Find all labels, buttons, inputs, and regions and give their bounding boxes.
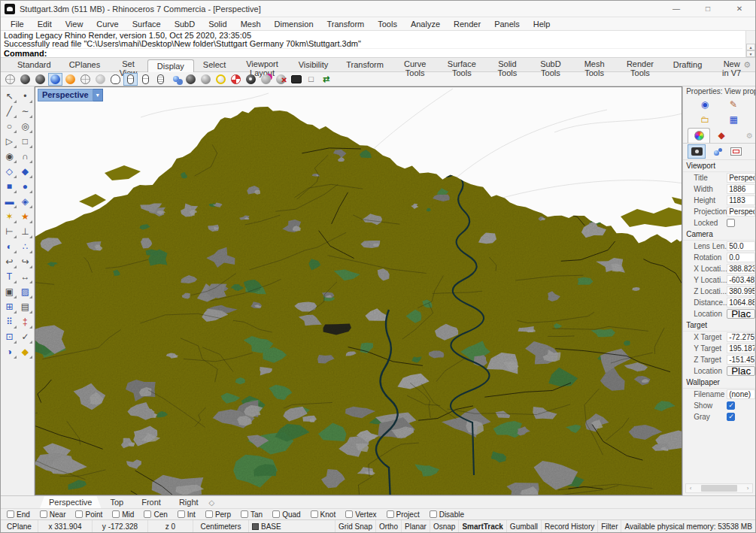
maximize-button[interactable]: □ bbox=[692, 1, 724, 17]
menu-dimension[interactable]: Dimension bbox=[268, 17, 320, 30]
height-field[interactable]: 1183 bbox=[727, 195, 755, 205]
chevron-down-icon[interactable]: ▼ bbox=[93, 89, 103, 101]
tab-cplanes[interactable]: CPlanes bbox=[60, 59, 110, 71]
boolean-icon[interactable]: ◐ bbox=[2, 239, 17, 254]
menu-subd[interactable]: SubD bbox=[168, 17, 202, 30]
tab-standard[interactable]: Standard bbox=[8, 59, 60, 71]
explode-icon[interactable]: ★ bbox=[17, 209, 33, 224]
block-icon[interactable]: ▣ bbox=[2, 284, 17, 299]
locked-checkbox[interactable] bbox=[727, 219, 735, 227]
new-viewport-icon[interactable]: ◇ bbox=[208, 498, 220, 508]
cplane-button[interactable]: CPlane bbox=[1, 520, 38, 532]
command-scroll-down-icon[interactable]: ▼ bbox=[746, 50, 755, 57]
ortho-toggle[interactable]: Ortho bbox=[376, 520, 402, 532]
cplane-target-icon[interactable] bbox=[229, 73, 243, 86]
cam-x-field[interactable]: 388.823 bbox=[727, 264, 755, 274]
dimension-icon[interactable]: ↔ bbox=[17, 269, 33, 284]
clear-display-icon[interactable]: ✕ bbox=[274, 73, 288, 86]
render-preview-icon[interactable] bbox=[108, 73, 123, 86]
shade-object-icon[interactable] bbox=[184, 73, 198, 86]
osnap-checkbox[interactable] bbox=[40, 510, 47, 518]
rotation-field[interactable]: 0.0 bbox=[727, 253, 755, 262]
arc-icon[interactable]: ∩ bbox=[17, 149, 33, 164]
shade-icon[interactable]: ◑ bbox=[2, 344, 17, 359]
scrollbar-thumb[interactable] bbox=[701, 485, 737, 492]
vptab-top[interactable]: Top bbox=[101, 496, 132, 508]
osnap-tan[interactable]: Tan bbox=[241, 510, 263, 519]
freeform-curve-icon[interactable]: ∼ bbox=[17, 104, 33, 119]
camera-properties-button[interactable] bbox=[688, 144, 706, 159]
record-history-toggle[interactable]: Record History bbox=[542, 520, 598, 532]
cylinder-icon[interactable]: ▬ bbox=[2, 194, 17, 209]
osnap-knot[interactable]: Knot bbox=[311, 510, 336, 519]
tab-subd-tools[interactable]: SubD Tools bbox=[529, 59, 572, 71]
loft-surface-icon[interactable]: ◈ bbox=[17, 194, 33, 209]
osnap-checkbox[interactable] bbox=[75, 510, 83, 518]
display-options-icon[interactable] bbox=[169, 73, 183, 86]
panel-gear-icon[interactable]: ⚙ bbox=[746, 132, 753, 140]
refresh-shade-icon[interactable]: ⇄ bbox=[319, 73, 333, 86]
gumball-toggle[interactable]: Gumball bbox=[507, 520, 542, 532]
gray-sphere-icon[interactable] bbox=[199, 73, 213, 86]
command-scroll-up-icon[interactable]: ▲ bbox=[746, 44, 755, 50]
panel-horizontal-scrollbar[interactable]: ‹ › bbox=[685, 483, 753, 493]
viewport-title-dropdown[interactable]: Perspective ▼ bbox=[38, 89, 103, 101]
cam-z-field[interactable]: 380.995 bbox=[727, 286, 755, 296]
circle-icon[interactable]: ○ bbox=[2, 119, 17, 134]
osnap-quad[interactable]: Quad bbox=[272, 510, 300, 519]
ellipse-icon[interactable]: ◎ bbox=[17, 119, 33, 134]
menu-mesh[interactable]: Mesh bbox=[234, 17, 268, 30]
osnap-checkbox[interactable] bbox=[311, 510, 318, 518]
osnap-cen[interactable]: Cen bbox=[144, 510, 167, 519]
pin-sphere-icon[interactable] bbox=[259, 73, 273, 86]
array-icon[interactable]: ⠿ bbox=[2, 314, 17, 329]
dimension-chain-icon[interactable]: ‡ bbox=[17, 314, 33, 329]
command-prompt[interactable]: Command: bbox=[4, 48, 742, 58]
tab-drafting[interactable]: Drafting bbox=[664, 59, 712, 71]
shaded-display-icon[interactable] bbox=[18, 73, 32, 86]
smarttrack-toggle[interactable]: SmartTrack bbox=[459, 520, 506, 532]
target-z-field[interactable]: -151.45 bbox=[727, 355, 755, 365]
osnap-checkbox[interactable] bbox=[241, 510, 248, 518]
tab-viewport-layout[interactable]: Viewport Layout bbox=[235, 59, 289, 71]
menu-file[interactable]: File bbox=[4, 17, 31, 30]
camera-place-button[interactable]: Plac bbox=[727, 309, 755, 319]
osnap-checkbox[interactable] bbox=[205, 510, 213, 518]
raytraced-display-icon[interactable] bbox=[63, 73, 77, 86]
surface-corner-icon[interactable]: ◆ bbox=[17, 164, 33, 179]
scroll-left-icon[interactable]: ‹ bbox=[686, 485, 695, 492]
tab-solid-tools[interactable]: Solid Tools bbox=[486, 59, 529, 71]
cage-edit-icon[interactable]: ✶ bbox=[2, 209, 17, 224]
osnap-perp[interactable]: Perp bbox=[205, 510, 231, 519]
eye-sphere-icon[interactable] bbox=[244, 73, 258, 86]
show-checkbox[interactable] bbox=[727, 401, 735, 410]
lens-field[interactable]: 50.0 bbox=[727, 241, 755, 251]
osnap-checkbox[interactable] bbox=[430, 510, 437, 518]
menu-edit[interactable]: Edit bbox=[31, 17, 59, 30]
osnap-checkbox[interactable] bbox=[7, 510, 14, 518]
tab-render-tools[interactable]: Render Tools bbox=[616, 59, 664, 71]
osnap-checkbox[interactable] bbox=[144, 510, 151, 518]
layer-button[interactable]: BASE bbox=[249, 520, 335, 532]
distance-field[interactable]: 1064.88 bbox=[727, 298, 755, 307]
menu-view[interactable]: View bbox=[59, 17, 90, 30]
osnap-end[interactable]: End bbox=[7, 510, 30, 519]
viewport-properties-button[interactable] bbox=[727, 144, 745, 159]
menu-panels[interactable]: Panels bbox=[487, 17, 527, 30]
target-place-button[interactable]: Plac bbox=[727, 366, 755, 376]
mouse-pan-icon[interactable] bbox=[138, 73, 153, 86]
display-color-tab[interactable] bbox=[688, 128, 710, 143]
menu-render[interactable]: Render bbox=[447, 17, 487, 30]
wire-box-icon[interactable]: □ bbox=[304, 73, 318, 86]
hatch-icon[interactable]: ▤ bbox=[17, 299, 33, 314]
vptab-right[interactable]: Right bbox=[170, 496, 208, 508]
osnap-checkbox[interactable] bbox=[345, 510, 353, 518]
tab-transform[interactable]: Transform bbox=[337, 59, 393, 71]
check-icon[interactable]: ✓ bbox=[17, 329, 33, 344]
display-panel-icon[interactable]: ▦ bbox=[719, 112, 748, 127]
osnap-mid[interactable]: Mid bbox=[112, 510, 134, 519]
adjust-curve-icon[interactable]: ↩ bbox=[2, 254, 17, 269]
viewport-title-label[interactable]: Perspective bbox=[38, 89, 93, 101]
gem-icon[interactable]: ◆ bbox=[17, 344, 33, 359]
point-icon[interactable]: • bbox=[17, 89, 33, 104]
